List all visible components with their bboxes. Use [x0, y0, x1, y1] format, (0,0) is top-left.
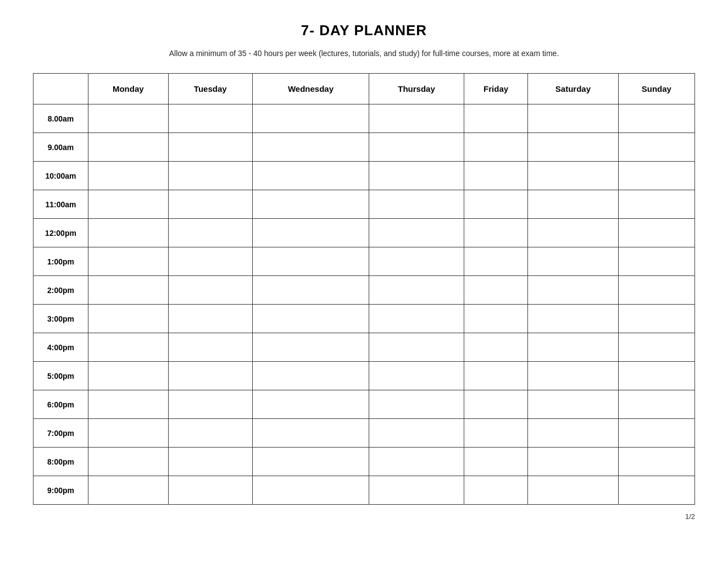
schedule-cell[interactable] [528, 133, 619, 162]
schedule-cell[interactable] [528, 476, 619, 505]
schedule-cell[interactable] [369, 162, 464, 190]
schedule-cell[interactable] [252, 476, 369, 505]
schedule-cell[interactable] [168, 162, 252, 190]
schedule-cell[interactable] [618, 476, 694, 505]
schedule-cell[interactable] [88, 190, 169, 219]
schedule-cell[interactable] [168, 104, 252, 133]
schedule-cell[interactable] [528, 448, 619, 476]
schedule-cell[interactable] [252, 219, 369, 247]
table-row: 9:00pm [34, 476, 695, 505]
schedule-cell[interactable] [528, 333, 619, 362]
schedule-cell[interactable] [369, 362, 464, 390]
schedule-cell[interactable] [252, 162, 369, 190]
schedule-cell[interactable] [528, 390, 619, 419]
schedule-cell[interactable] [464, 448, 528, 476]
schedule-cell[interactable] [88, 104, 169, 133]
schedule-cell[interactable] [618, 190, 694, 219]
schedule-cell[interactable] [252, 305, 369, 333]
schedule-cell[interactable] [369, 390, 464, 419]
schedule-cell[interactable] [168, 448, 252, 476]
schedule-cell[interactable] [88, 305, 169, 333]
schedule-cell[interactable] [369, 133, 464, 162]
schedule-cell[interactable] [369, 104, 464, 133]
schedule-cell[interactable] [618, 419, 694, 448]
schedule-cell[interactable] [168, 219, 252, 247]
schedule-cell[interactable] [88, 133, 169, 162]
schedule-cell[interactable] [168, 276, 252, 305]
schedule-cell[interactable] [618, 247, 694, 276]
schedule-cell[interactable] [369, 305, 464, 333]
schedule-cell[interactable] [369, 219, 464, 247]
schedule-cell[interactable] [168, 190, 252, 219]
schedule-cell[interactable] [88, 276, 169, 305]
schedule-cell[interactable] [168, 362, 252, 390]
schedule-cell[interactable] [464, 219, 528, 247]
schedule-cell[interactable] [464, 190, 528, 219]
schedule-cell[interactable] [528, 276, 619, 305]
schedule-cell[interactable] [464, 133, 528, 162]
schedule-cell[interactable] [252, 333, 369, 362]
schedule-cell[interactable] [618, 362, 694, 390]
schedule-cell[interactable] [618, 133, 694, 162]
schedule-cell[interactable] [88, 219, 169, 247]
schedule-cell[interactable] [88, 448, 169, 476]
schedule-cell[interactable] [252, 419, 369, 448]
schedule-cell[interactable] [88, 476, 169, 505]
schedule-cell[interactable] [88, 419, 169, 448]
schedule-cell[interactable] [369, 419, 464, 448]
schedule-cell[interactable] [464, 362, 528, 390]
schedule-cell[interactable] [464, 333, 528, 362]
schedule-cell[interactable] [618, 390, 694, 419]
schedule-cell[interactable] [528, 362, 619, 390]
schedule-cell[interactable] [528, 162, 619, 190]
schedule-cell[interactable] [88, 247, 169, 276]
schedule-cell[interactable] [252, 133, 369, 162]
schedule-cell[interactable] [528, 190, 619, 219]
schedule-cell[interactable] [369, 276, 464, 305]
schedule-cell[interactable] [464, 419, 528, 448]
schedule-cell[interactable] [464, 305, 528, 333]
schedule-cell[interactable] [528, 419, 619, 448]
schedule-cell[interactable] [252, 362, 369, 390]
schedule-cell[interactable] [618, 305, 694, 333]
schedule-cell[interactable] [618, 219, 694, 247]
schedule-cell[interactable] [618, 162, 694, 190]
schedule-cell[interactable] [88, 362, 169, 390]
schedule-cell[interactable] [528, 104, 619, 133]
schedule-cell[interactable] [88, 333, 169, 362]
schedule-cell[interactable] [369, 448, 464, 476]
schedule-cell[interactable] [168, 419, 252, 448]
schedule-cell[interactable] [369, 190, 464, 219]
schedule-cell[interactable] [369, 247, 464, 276]
schedule-cell[interactable] [252, 247, 369, 276]
schedule-cell[interactable] [88, 390, 169, 419]
schedule-cell[interactable] [618, 448, 694, 476]
schedule-cell[interactable] [464, 276, 528, 305]
time-cell: 9:00pm [34, 476, 88, 505]
schedule-cell[interactable] [464, 162, 528, 190]
schedule-cell[interactable] [168, 247, 252, 276]
schedule-cell[interactable] [168, 333, 252, 362]
schedule-cell[interactable] [618, 276, 694, 305]
schedule-cell[interactable] [464, 390, 528, 419]
schedule-cell[interactable] [252, 190, 369, 219]
schedule-cell[interactable] [252, 448, 369, 476]
schedule-cell[interactable] [528, 305, 619, 333]
schedule-cell[interactable] [618, 104, 694, 133]
schedule-cell[interactable] [464, 247, 528, 276]
schedule-cell[interactable] [168, 476, 252, 505]
schedule-cell[interactable] [252, 390, 369, 419]
schedule-cell[interactable] [168, 133, 252, 162]
schedule-cell[interactable] [528, 247, 619, 276]
schedule-cell[interactable] [464, 104, 528, 133]
schedule-cell[interactable] [464, 476, 528, 505]
schedule-cell[interactable] [252, 104, 369, 133]
schedule-cell[interactable] [369, 333, 464, 362]
schedule-cell[interactable] [528, 219, 619, 247]
schedule-cell[interactable] [168, 390, 252, 419]
schedule-cell[interactable] [88, 162, 169, 190]
schedule-cell[interactable] [252, 276, 369, 305]
schedule-cell[interactable] [168, 305, 252, 333]
schedule-cell[interactable] [369, 476, 464, 505]
schedule-cell[interactable] [618, 333, 694, 362]
